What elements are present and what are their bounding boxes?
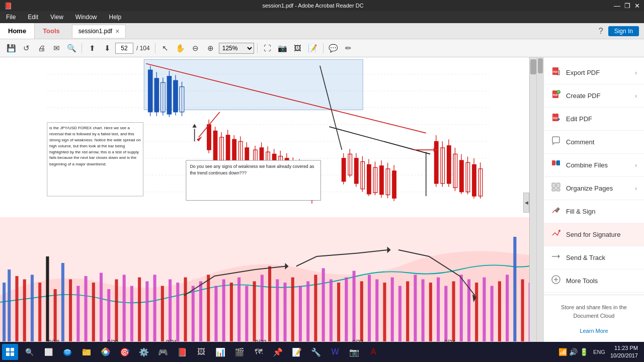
taskbar-chrome[interactable] <box>97 343 115 361</box>
network-icon[interactable]: 📶 <box>558 348 567 356</box>
svg-rect-149 <box>184 278 187 341</box>
panel-item-more-tools[interactable]: More Tools <box>544 269 644 293</box>
taskbar-app15[interactable]: 🔧 <box>307 343 325 361</box>
next-page-button[interactable]: ⬇ <box>100 41 114 55</box>
menu-help[interactable]: Help <box>107 13 124 22</box>
svg-rect-139 <box>107 289 110 341</box>
panel-item-send-signature[interactable]: Send for Signature <box>544 223 644 246</box>
taskbar-app8[interactable]: 📕 <box>173 343 191 361</box>
zoom-select[interactable]: 125% 100% 75% 150% <box>219 43 254 54</box>
panel-toggle-button[interactable]: ◀ <box>523 193 529 213</box>
form-button[interactable]: 📝 <box>306 41 320 55</box>
vertical-scrollbar[interactable] <box>529 57 536 348</box>
svg-rect-130 <box>38 283 41 341</box>
save-button[interactable]: 💾 <box>4 41 18 55</box>
svg-rect-173 <box>368 275 371 341</box>
svg-rect-214 <box>552 183 555 188</box>
page-number-input[interactable] <box>115 43 133 54</box>
taskbar-app10[interactable]: 📊 <box>211 343 229 361</box>
comment-label: Comment <box>566 138 637 146</box>
taskbar-app14[interactable]: 📝 <box>288 343 306 361</box>
svg-rect-148 <box>176 283 179 341</box>
email-button[interactable]: ✉ <box>49 41 63 55</box>
menu-edit[interactable]: Edit <box>26 13 40 22</box>
menu-view[interactable]: View <box>48 13 65 22</box>
taskbar-edge[interactable] <box>58 343 76 361</box>
taskbar-explorer[interactable] <box>77 343 96 361</box>
file-tab[interactable]: session1.pdf × <box>72 25 126 38</box>
taskbar-clock[interactable]: 11:23 PM 10/20/2017 <box>610 344 638 360</box>
taskbar-app13[interactable]: 📌 <box>269 343 287 361</box>
svg-rect-181 <box>429 283 432 341</box>
prev-page-button[interactable]: ⬆ <box>85 41 99 55</box>
drawing-button[interactable]: ✏ <box>342 41 356 55</box>
panel-item-fill-sign[interactable]: Fill & Sign <box>544 200 644 223</box>
undo-button[interactable]: ↺ <box>19 41 33 55</box>
tab-home[interactable]: Home <box>0 23 35 39</box>
taskbar-app11[interactable]: 🎬 <box>230 343 249 361</box>
svg-rect-176 <box>391 278 394 341</box>
battery-icon[interactable]: 🔋 <box>580 348 588 356</box>
organize-pages-label: Organize Pages <box>566 185 630 192</box>
panel-item-export-pdf[interactable]: PDF Export PDF › <box>544 61 644 84</box>
svg-rect-166 <box>314 275 317 341</box>
zoom-out-button[interactable]: ⊖ <box>189 41 203 55</box>
minimize-button[interactable]: — <box>614 2 620 10</box>
svg-rect-131 <box>46 256 49 341</box>
svg-rect-226 <box>6 352 10 356</box>
keyboard-layout: ENG <box>593 349 605 355</box>
panel-item-combine-files[interactable]: Combine Files › <box>544 154 644 177</box>
svg-rect-185 <box>452 281 455 341</box>
main-scrollbar[interactable] <box>536 57 543 348</box>
print-button[interactable]: 🖨 <box>34 41 48 55</box>
learn-more-link[interactable]: Learn More <box>544 328 644 334</box>
select-tool-button[interactable]: ↖ <box>158 41 173 55</box>
search-button[interactable]: 🔍 <box>64 41 78 55</box>
help-button[interactable]: ? <box>599 27 603 36</box>
export-pdf-chevron: › <box>635 69 637 76</box>
start-button[interactable] <box>2 344 18 360</box>
signin-button[interactable]: Sign In <box>608 26 639 36</box>
edit-pdf-label: Edit PDF <box>566 115 637 123</box>
create-pdf-chevron: › <box>635 93 637 100</box>
menu-window[interactable]: Window <box>73 13 99 22</box>
panel-item-send-track[interactable]: Send & Track <box>544 246 644 269</box>
touchup-button[interactable]: 🖼 <box>291 41 305 55</box>
panel-item-organize-pages[interactable]: Organize Pages › <box>544 177 644 200</box>
menu-file[interactable]: File <box>4 13 18 22</box>
svg-rect-138 <box>100 273 103 341</box>
taskbar-app12[interactable]: 🗺 <box>250 343 268 361</box>
taskbar-acrobat[interactable]: A <box>364 343 382 361</box>
svg-rect-155 <box>230 283 233 341</box>
hand-tool-button[interactable]: ✋ <box>174 41 188 55</box>
taskbar-app16[interactable]: W <box>326 343 344 361</box>
close-button[interactable]: ✕ <box>634 2 640 10</box>
svg-rect-175 <box>383 283 386 341</box>
taskbar-taskview[interactable]: ⬜ <box>39 343 57 361</box>
pdf-area[interactable]: is the JPY/USD FOREX chart. Here we see … <box>0 57 536 348</box>
restore-button[interactable]: ❐ <box>624 2 630 10</box>
volume-icon[interactable]: 🔊 <box>569 348 578 356</box>
panel-item-comment[interactable]: Comment <box>544 131 644 154</box>
svg-rect-217 <box>556 189 560 191</box>
marquee-button[interactable]: ⛶ <box>261 41 275 55</box>
tab-tools[interactable]: Tools <box>35 23 68 39</box>
taskbar-app5[interactable]: 🎯 <box>116 343 134 361</box>
svg-rect-126 <box>8 269 11 341</box>
lower-chart-svg: 9/18 9/20 9/21 9/22 9/23 9/24 <box>0 217 536 348</box>
taskbar-app6[interactable]: ⚙️ <box>135 343 153 361</box>
sticky-note-button[interactable]: 💬 <box>327 41 341 55</box>
panel-item-edit-pdf[interactable]: PDF Edit PDF <box>544 108 644 131</box>
svg-rect-190 <box>491 286 494 341</box>
taskbar-app9[interactable]: 🖼 <box>192 343 210 361</box>
taskbar-search[interactable]: 🔍 <box>20 343 38 361</box>
snapshot-button[interactable]: 📷 <box>276 41 290 55</box>
panel-item-create-pdf[interactable]: PDF+ Create PDF › <box>544 84 644 108</box>
file-tab-label: session1.pdf <box>78 28 112 35</box>
zoom-in-button[interactable]: ⊕ <box>204 41 218 55</box>
svg-text:PDF: PDF <box>553 117 558 120</box>
file-tab-close[interactable]: × <box>115 27 119 35</box>
taskbar-app7[interactable]: 🎮 <box>154 343 172 361</box>
taskbar-app17[interactable]: 📷 <box>345 343 363 361</box>
organize-pages-icon <box>551 182 561 195</box>
